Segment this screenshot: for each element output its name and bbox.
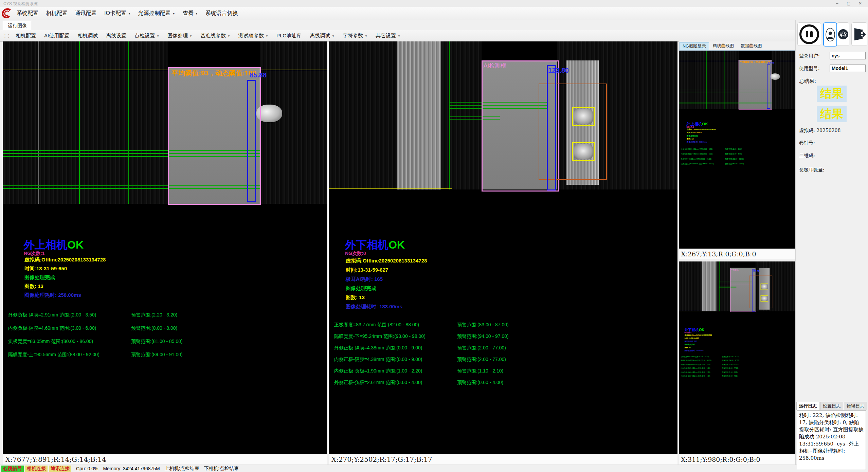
toolbar: ⋮⋮ 相机配置 AI使用配置 相机调试 离线设置 点检设置▼ 图像处理▼ 基准线…	[0, 30, 797, 42]
tab-data-curve[interactable]: 数据曲线图	[738, 42, 765, 50]
comm-connect-badge: 通讯连接	[49, 466, 71, 472]
ng-count: NG次数:0	[684, 332, 691, 334]
menu-system-config[interactable]: 系统配置	[13, 7, 42, 20]
tool-char-params[interactable]: 字符参数▼	[339, 30, 372, 41]
threshold-overlay-text: 平均阈值:93，动态阈值:100	[171, 69, 256, 78]
chevron-down-icon: ▼	[398, 35, 400, 38]
tool-ai-usage-config[interactable]: AI使用配置	[40, 30, 73, 41]
pause-button[interactable]	[797, 22, 821, 46]
pixel-coordinate-bar: X:311;Y:980;R:0;G:0;B:0	[679, 454, 796, 465]
reference-line	[679, 61, 796, 61]
user-button[interactable]	[823, 22, 837, 47]
reference-line	[3, 70, 327, 70]
tool-test-item-params[interactable]: 测试项参数▼	[234, 30, 272, 41]
exit-button[interactable]	[851, 22, 867, 46]
measure-box	[247, 80, 256, 202]
right-sidebar: 登录用户: cys 使用型号: Model1 总结果: 结果 结果 虚拟码: 2…	[795, 20, 868, 472]
defect-box	[761, 284, 768, 290]
tool-image-processing[interactable]: 图像处理▼	[163, 30, 196, 41]
tool-baseline-params[interactable]: 基准线参数▼	[196, 30, 234, 41]
tool-camera-debug[interactable]: 相机调试	[73, 30, 102, 41]
ng-count: NG次数:0	[345, 251, 366, 257]
chevron-down-icon: ▼	[157, 35, 159, 38]
measurement-row: 隔膜宽度-下=95.24mm 范围:(93.00 - 98.00)预警范围:(9…	[329, 333, 677, 345]
menu-comm-config[interactable]: 通讯配置	[71, 7, 101, 20]
measurement-row: 外侧负极-隔膜=2.91mm 范围:(2.00 - 3.50)预警范围:(2.2…	[3, 312, 327, 325]
image-texture	[397, 41, 441, 189]
image-texture	[772, 51, 796, 109]
thumbnail-content: AI检测框 123.80 外下相机OK NG次数:0 虚拟码:Offline20…	[679, 261, 796, 400]
tool-camera-config[interactable]: 相机配置	[12, 30, 40, 41]
info-line: 图像处理耗时: 183.00ms	[685, 349, 712, 352]
info-line: 图数: 13	[346, 294, 427, 304]
info-line: 图数: 13	[687, 138, 716, 141]
tab-material-line-curve[interactable]: 料线曲线图	[710, 42, 737, 50]
info-line: 虚拟码:Offline20250208133134728	[346, 258, 427, 267]
tool-other-settings[interactable]: 其它设置▼	[372, 30, 404, 41]
tab-metal-blob	[574, 144, 593, 159]
run-log-text[interactable]: 耗时: 222, 缺陷检测耗时: 17, 缺陷分类耗时: 0, 缺陷提取分区耗时…	[797, 410, 866, 470]
ai-box-label: AI检测框	[484, 62, 506, 70]
measurement-list: 正极宽度=83.77mm 范围:(82.00 - 88.00)预警范围:(83.…	[329, 322, 677, 391]
thumbnail-content: 平均阈值:93，动态阈值:100 85.88 外上相机OK NG次数:1 虚拟码…	[679, 51, 796, 200]
camera-image: 平均阈值:93，动态阈值:100 85.88	[3, 41, 327, 204]
measure-box	[547, 65, 556, 190]
tab-settings-log[interactable]: 设置日志	[820, 402, 843, 410]
measurement-row: 内侧正极-隔膜=4.38mm 范围:(0.00 - 9.00)预警范围:(2.0…	[329, 357, 677, 368]
chevron-down-icon: ▼	[189, 35, 192, 38]
virtual-code-value: 虚拟码: 20250208	[799, 128, 840, 134]
menu-io-card-config[interactable]: IO卡配置▼	[101, 7, 134, 20]
tool-spot-check-setting[interactable]: 点检设置▼	[130, 30, 163, 41]
image-texture	[702, 261, 717, 311]
chevron-down-icon: ▼	[266, 35, 268, 38]
measure-value-text: 85.88	[768, 61, 774, 64]
measurement-list: 正极宽度=83.77mm 范围:(82.00 - 88.00)预警范围:(83.…	[679, 356, 796, 379]
winding-pin-label: 卷针号:	[799, 140, 815, 146]
app-logo-icon	[1, 7, 13, 19]
measure-value-text: 85.88	[250, 71, 267, 79]
heartbeat-status-badge: 心跳信号	[1, 466, 24, 472]
menu-view[interactable]: 查看▼	[179, 7, 202, 20]
threshold-overlay-text: 平均阈值:93，动态阈值:100	[740, 60, 770, 64]
pixel-coordinate-bar: X:7677;Y:891;R:14;G:14;B:14	[3, 454, 327, 465]
tab-error-log[interactable]: 错误日志	[844, 402, 867, 410]
menu-language-switch[interactable]: 系统语言切换	[202, 7, 242, 20]
menu-camera-config[interactable]: 相机配置	[42, 7, 71, 20]
ng-view-tabs: NG截图显示 料线曲线图 数据曲线图	[679, 41, 796, 51]
tab-run-log[interactable]: 运行日志	[796, 402, 819, 410]
chevron-down-icon: ▼	[173, 12, 175, 15]
baseline	[128, 41, 129, 204]
users-group-button[interactable]	[837, 22, 849, 46]
camera-connect-badge: 相机连接	[25, 466, 48, 472]
upper-camera-view: 平均阈值:93，动态阈值:100 85.88 外上相机OK NG次数:1 虚拟码…	[679, 51, 796, 200]
exit-icon	[853, 28, 866, 41]
image-texture	[679, 261, 702, 311]
tool-offline-debug[interactable]: 离线调试▼	[306, 30, 339, 41]
measurement-row: 外侧负极-隔膜=2.91mm 范围:(2.00 - 3.50)预警范围:(2.2…	[679, 148, 796, 153]
measurement-row: 内侧正极-隔膜=4.38mm 范围:(0.00 - 9.00)预警范围:(2.0…	[679, 367, 796, 371]
tab-run-image[interactable]: 运行图像	[3, 21, 32, 30]
close-icon[interactable]: ✕	[854, 0, 866, 7]
measurement-row: 隔膜宽度-上=90.56mm 范围:(88.00 - 92.00)预警范围:(8…	[3, 352, 327, 365]
measurement-row: 正极宽度=83.77mm 范围:(82.00 - 88.00)预警范围:(83.…	[679, 356, 796, 360]
image-texture	[329, 41, 397, 189]
image-texture	[441, 41, 482, 189]
model-field[interactable]: Model1	[830, 65, 866, 72]
minimize-icon[interactable]: –	[831, 0, 843, 7]
tool-plc-address-lib[interactable]: PLC地址库	[272, 30, 306, 41]
maximize-icon[interactable]: ▢	[843, 0, 854, 7]
tool-offline-setting[interactable]: 离线设置	[102, 30, 130, 41]
baseline	[706, 51, 707, 109]
tab-metal-blob	[574, 109, 593, 124]
result-badge-lower: 结果	[817, 106, 847, 122]
result-badge-upper: 结果	[817, 86, 847, 102]
tab-metal-blob	[761, 296, 767, 301]
tab-ng-screenshot[interactable]: NG截图显示	[680, 42, 709, 50]
toolbar-grip-icon[interactable]: ⋮⋮	[3, 33, 10, 38]
measure-box	[767, 65, 770, 109]
defect-box	[572, 107, 595, 126]
baseline	[79, 41, 80, 204]
menu-light-control-config[interactable]: 光源控制配置▼	[134, 7, 179, 20]
camera-image: 平均阈值:93，动态阈值:100 85.88	[679, 51, 796, 109]
login-user-field[interactable]: cys	[830, 52, 866, 59]
